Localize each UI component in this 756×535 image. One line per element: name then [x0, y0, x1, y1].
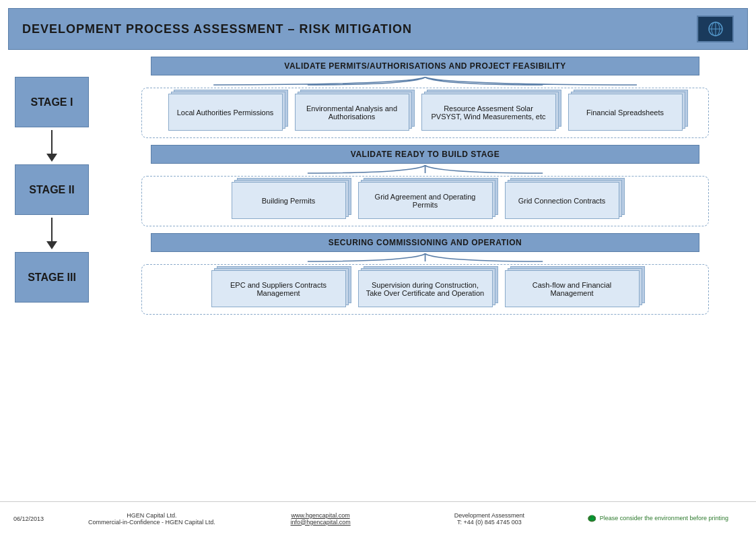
bracket-1 [151, 75, 699, 88]
bracket-svg-3 [151, 252, 699, 264]
card-2-3: Grid Connection Contracts [505, 182, 619, 219]
stage-1-box: STAGE I [15, 77, 89, 127]
header-bar: DEVELOPMENT PROCESS ASSESSMENT – RISK MI… [8, 8, 748, 50]
stages-column: STAGE I STAGE II STAGE III [8, 57, 96, 517]
section-2-cards: Building Permits Grid Agreement and Oper… [141, 176, 710, 226]
arrow-2-3 [46, 215, 57, 252]
section-1-cards: Local Authorities Permissions Environmen… [141, 88, 710, 138]
footer-email-link[interactable]: info@hgencapital.com [291, 519, 351, 526]
bracket-svg-2 [151, 164, 699, 176]
section-3-header: SECURING COMMISSIONING AND OPERATION [151, 233, 699, 252]
footer-links: www.hgencapital.com info@hgencapital.com [236, 512, 405, 526]
bracket-3 [151, 252, 699, 264]
footer-date: 06/12/2013 [13, 515, 67, 522]
card-3-1: EPC and Suppliers Contracts Management [211, 270, 346, 307]
card-front-e: Building Permits [232, 182, 346, 219]
card-front-d: Financial Spreadsheets [568, 94, 683, 131]
bracket-2 [151, 164, 699, 176]
arrow-head [46, 154, 57, 162]
card-2-2: Grid Agreement and Operating Permits [358, 182, 493, 219]
card-1-3: Resource Assesment Solar PVSYST, Wind Me… [421, 94, 556, 131]
card-front-j: Cash-flow and Financial Management [505, 270, 640, 307]
footer-document: Development Assessment T: +44 (0) 845 47… [405, 512, 574, 526]
stage-3-box: STAGE III [15, 252, 89, 303]
arrow-line [51, 130, 53, 154]
card-front: Local Authorities Permissions [168, 94, 283, 131]
bracket-svg-1 [151, 75, 699, 88]
section-2: VALIDATE READY TO BUILD STAGE Building P… [102, 145, 748, 226]
card-front-i: Supervision during Construction, Take Ov… [358, 270, 493, 307]
card-front-c: Resource Assesment Solar PVSYST, Wind Me… [421, 94, 556, 131]
stage-2-box: STAGE II [15, 164, 89, 215]
logo-icon [699, 17, 732, 41]
leaf-icon: 🌲 [588, 515, 596, 523]
card-2-1: Building Permits [232, 182, 346, 219]
diagram-column: VALIDATE PERMITS/AUTHORISATIONS AND PROJ… [96, 57, 748, 517]
arrow-1-2 [46, 127, 57, 164]
card-front-h: EPC and Suppliers Contracts Management [211, 270, 346, 307]
section-3-cards: EPC and Suppliers Contracts Management S… [141, 264, 710, 315]
card-1-4: Financial Spreadsheets [568, 94, 683, 131]
section-1: VALIDATE PERMITS/AUTHORISATIONS AND PROJ… [102, 57, 748, 138]
footer-eco: 🌲 Please consider the environment before… [574, 515, 743, 523]
section-2-header: VALIDATE READY TO BUILD STAGE [151, 145, 699, 164]
card-front-g: Grid Connection Contracts [505, 182, 619, 219]
page-title: DEVELOPMENT PROCESS ASSESSMENT – RISK MI… [22, 22, 412, 36]
section-1-header: VALIDATE PERMITS/AUTHORISATIONS AND PROJ… [151, 57, 699, 75]
company-logo [697, 15, 734, 42]
card-front-f: Grid Agreement and Operating Permits [358, 182, 493, 219]
section-3: SECURING COMMISSIONING AND OPERATION EPC… [102, 233, 748, 315]
footer-company: HGEN Capital Ltd. Commercial-in-Confiden… [67, 512, 236, 526]
arrow-line-2 [51, 218, 53, 241]
card-3-3: Cash-flow and Financial Management [505, 270, 640, 307]
main-content: STAGE I STAGE II STAGE III VALIDATE PERM… [0, 50, 756, 524]
card-front-b: Environmental Analysis and Authorisation… [295, 94, 409, 131]
card-3-2: Supervision during Construction, Take Ov… [358, 270, 493, 307]
footer-website-link[interactable]: www.hgencapital.com [291, 512, 350, 519]
footer: 06/12/2013 HGEN Capital Ltd. Commercial-… [0, 501, 756, 535]
card-1-2: Environmental Analysis and Authorisation… [295, 94, 409, 131]
arrow-head-2 [46, 241, 57, 249]
card-1-1: Local Authorities Permissions [168, 94, 283, 131]
